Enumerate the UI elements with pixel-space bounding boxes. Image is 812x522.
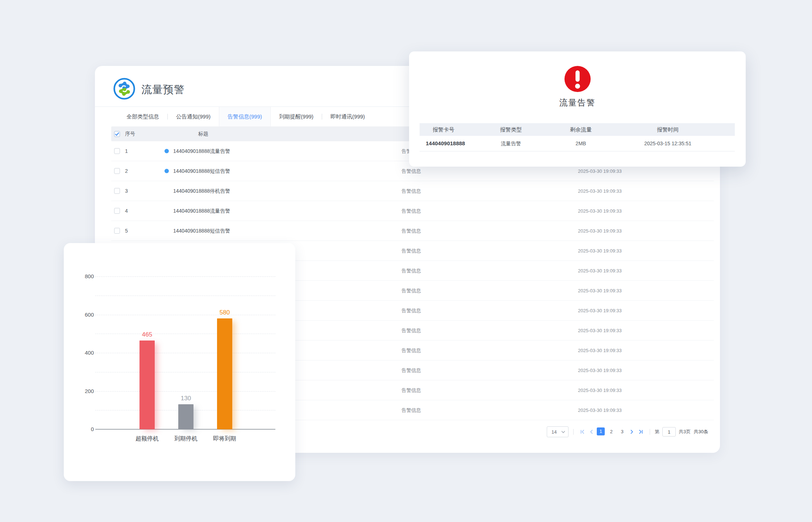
gridline: [95, 372, 275, 372]
row-type: 告警信息: [401, 321, 421, 341]
popup-table-row: 1440409018888 流量告警 2MB 2025-03-15 12:35:…: [420, 136, 735, 151]
column-header-index: 序号: [125, 126, 135, 141]
row-type: 告警信息: [401, 360, 421, 380]
pagination: 14 123 第 1 共3页 共30条: [547, 425, 708, 439]
y-tick-label: 0: [66, 426, 94, 432]
popup-col-alert-time: 报警时间: [632, 123, 704, 136]
page-jump-input[interactable]: 1: [662, 427, 676, 437]
row-type: 告警信息: [401, 221, 421, 241]
x-category-label: 超额停机: [125, 435, 169, 443]
gridline: [95, 296, 275, 296]
row-title[interactable]: 1440409018888流量告警: [173, 201, 230, 221]
page-title: 流量预警: [141, 83, 185, 97]
page-number-list: 123: [596, 427, 628, 436]
gridline: [95, 353, 275, 353]
page-size-value: 14: [551, 429, 557, 435]
tab-0[interactable]: 全部类型信息: [118, 107, 167, 126]
popup-col-alert-type: 报警类型: [475, 123, 547, 136]
bar-value-label: 580: [210, 309, 239, 316]
popup-title: 流量告警: [409, 97, 746, 108]
total-items-label: 共30条: [694, 429, 708, 435]
row-title[interactable]: 1440409018888短信告警: [173, 161, 230, 181]
select-all-checkbox[interactable]: [114, 131, 120, 137]
row-time: 2025-03-30 19:09:33: [578, 241, 622, 261]
bar-1: [178, 404, 193, 429]
alert-exclamation-icon: [564, 65, 591, 93]
row-time: 2025-03-30 19:09:33: [578, 201, 622, 221]
row-checkbox[interactable]: [114, 168, 120, 174]
row-time: 2025-03-30 19:09:33: [578, 261, 622, 281]
y-tick-label: 400: [66, 350, 94, 356]
gridline: [95, 315, 275, 315]
row-type: 告警信息: [401, 281, 421, 301]
table-row[interactable]: 41440409018888流量告警告警信息2025-03-30 19:09:3…: [111, 201, 714, 221]
row-time: 2025-03-30 19:09:33: [578, 301, 622, 321]
popup-alert-time: 2025-03-15 12:35:51: [632, 136, 704, 151]
total-pages-label: 共3页: [679, 429, 691, 435]
row-type: 告警信息: [401, 201, 421, 221]
y-tick-label: 600: [66, 312, 94, 318]
pagination-divider: [573, 429, 574, 435]
bar-2: [217, 318, 232, 429]
row-index: 3: [125, 181, 128, 201]
first-page-button[interactable]: [578, 427, 587, 436]
row-type: 告警信息: [401, 261, 421, 281]
row-index: 2: [125, 161, 128, 181]
prev-page-button[interactable]: [587, 427, 596, 436]
column-header-title: 标题: [198, 126, 208, 141]
brand-logo-icon: [113, 78, 136, 100]
row-type: 告警信息: [401, 341, 421, 360]
chevron-down-icon: [561, 431, 565, 433]
page-number-3[interactable]: 3: [618, 427, 626, 436]
row-checkbox[interactable]: [114, 148, 120, 154]
row-type: 告警信息: [401, 301, 421, 321]
tab-1[interactable]: 公告通知(999): [168, 107, 219, 126]
statistics-chart-card: 465超额停机130到期停机580即将到期 0200400600800: [64, 243, 295, 481]
row-index: 5: [125, 221, 128, 241]
bar-0: [140, 341, 155, 429]
row-title[interactable]: 1440409018888流量告警: [173, 141, 230, 161]
tab-3[interactable]: 到期提醒(999): [271, 107, 322, 126]
row-time: 2025-03-30 19:09:33: [578, 221, 622, 241]
row-title[interactable]: 1440409018888短信告警: [173, 221, 230, 241]
gridline: [95, 334, 275, 334]
unread-dot-icon: [165, 169, 169, 173]
gridline: [95, 276, 275, 277]
gridline: [95, 391, 275, 392]
page-size-select[interactable]: 14: [547, 426, 569, 437]
row-time: 2025-03-30 19:09:33: [578, 321, 622, 341]
row-checkbox[interactable]: [114, 208, 120, 214]
table-row[interactable]: 51440409018888短信告警告警信息2025-03-30 19:09:3…: [111, 221, 714, 241]
row-type: 告警信息: [401, 380, 421, 400]
row-type: 告警信息: [401, 241, 421, 261]
next-page-button[interactable]: [628, 427, 636, 436]
x-category-label: 到期停机: [164, 435, 208, 443]
x-category-label: 即将到期: [203, 435, 246, 443]
y-tick-label: 200: [66, 388, 94, 394]
table-row[interactable]: 31440409018888停机告警告警信息2025-03-30 19:09:3…: [111, 181, 714, 201]
last-page-button[interactable]: [636, 427, 645, 436]
unread-dot-icon: [165, 149, 169, 153]
row-checkbox[interactable]: [114, 188, 120, 194]
row-index: 4: [125, 201, 128, 221]
tab-4[interactable]: 即时通讯(999): [322, 107, 373, 126]
row-time: 2025-03-30 19:09:33: [578, 281, 622, 301]
popup-card-number: 1440409018888: [426, 136, 465, 151]
row-type: 告警信息: [401, 181, 421, 201]
row-title[interactable]: 1440409018888停机告警: [173, 181, 230, 201]
tab-2[interactable]: 告警信息(999): [219, 107, 271, 126]
popup-table-header: 报警卡号 报警类型 剩余流量 报警时间: [420, 123, 735, 136]
tab-bar: 全部类型信息公告通知(999)告警信息(999)到期提醒(999)即时通讯(99…: [118, 107, 373, 126]
bar-value-label: 130: [171, 395, 200, 402]
row-checkbox[interactable]: [114, 228, 120, 234]
bar-chart: 465超额停机130到期停机580即将到期: [95, 276, 275, 429]
page-number-2[interactable]: 2: [607, 427, 616, 436]
row-time: 2025-03-30 19:09:33: [578, 181, 622, 201]
row-time: 2025-03-30 19:09:33: [578, 400, 622, 420]
page-number-1[interactable]: 1: [597, 427, 605, 435]
popup-remaining-data: 2MB: [545, 136, 617, 151]
bar-value-label: 465: [133, 331, 162, 338]
popup-alert-type: 流量告警: [475, 136, 547, 151]
row-time: 2025-03-30 19:09:33: [578, 380, 622, 400]
traffic-alert-popup: 流量告警 报警卡号 报警类型 剩余流量 报警时间 1440409018888 流…: [409, 51, 746, 167]
